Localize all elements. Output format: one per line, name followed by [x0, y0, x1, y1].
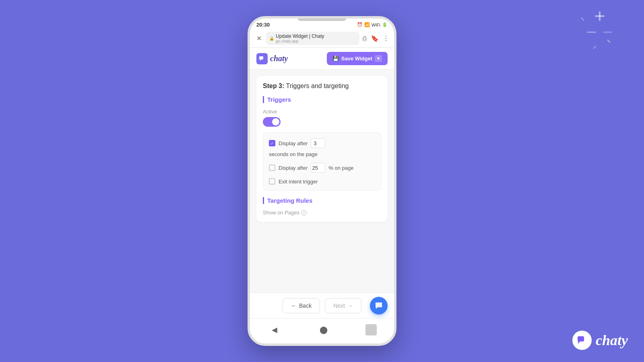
show-on-pages-info-icon[interactable]: i: [301, 210, 307, 216]
battery-icon: 🔋: [382, 22, 388, 27]
step-heading: Step 3: Triggers and targeting: [263, 82, 381, 90]
browser-domain: go.chaty.app: [276, 39, 356, 43]
bottom-nav-bar: ◀ ⬤: [250, 318, 394, 343]
targeting-rules-title: Targeting Rules: [263, 197, 381, 204]
nav-recents-button[interactable]: [365, 324, 377, 335]
back-arrow-icon: ←: [291, 302, 297, 309]
bottom-brand-text: chaty: [596, 332, 628, 349]
triggers-section-title: Triggers: [263, 96, 381, 103]
svg-marker-4: [578, 341, 580, 344]
chaty-logo-text: chaty: [270, 54, 288, 63]
trigger-row-seconds: ✓ Display after seconds on the page: [269, 138, 375, 157]
trigger-percent-label-before: Display after: [279, 165, 308, 171]
triggers-box: ✓ Display after seconds on the page Disp…: [263, 132, 381, 191]
save-widget-label: Save Widget: [341, 56, 372, 62]
next-arrow-icon: →: [347, 302, 353, 309]
decorative-dashes: [531, 8, 612, 88]
trigger-row-exit: Exit intent trigger: [269, 178, 375, 185]
step-description: Triggers and targeting: [286, 82, 349, 89]
svg-rect-0: [259, 56, 263, 60]
chaty-logo: chaty: [256, 53, 288, 64]
wifi-icon: WiFi: [372, 23, 380, 27]
lock-icon: 🔒: [269, 36, 274, 41]
alarm-icon: ⏰: [357, 22, 363, 27]
trigger-row-percent: Display after % on page: [269, 163, 375, 173]
targeting-section: Targeting Rules Show on Pages i: [263, 197, 381, 216]
bottom-brand-icon: [572, 331, 592, 350]
trigger-percent-label-after: % on page: [328, 165, 353, 171]
chat-fab-button[interactable]: [370, 297, 388, 315]
step-label: Step 3:: [263, 82, 284, 89]
app-header: chaty 💾 Save Widget ▾: [250, 48, 394, 70]
svg-marker-1: [260, 60, 261, 61]
active-toggle[interactable]: [263, 117, 281, 127]
active-toggle-container: [263, 117, 381, 127]
browser-close-button[interactable]: ✕: [255, 35, 263, 43]
signal-icon: 📶: [364, 22, 370, 27]
phone-frame: 20:30 ⏰ 📶 WiFi 🔋 ✕ 🔒 Update Widget | Cha…: [248, 16, 396, 346]
navigation-buttons: ← Back Next →: [250, 293, 394, 318]
next-label: Next: [333, 302, 345, 309]
show-on-pages-label: Show on Pages i: [263, 210, 381, 216]
nav-home-button[interactable]: ⬤: [316, 323, 331, 337]
save-dropdown-arrow[interactable]: ▾: [375, 55, 382, 62]
trigger-seconds-checkbox[interactable]: ✓: [269, 140, 275, 146]
browser-actions: ⎙ 🔖 ⋮: [363, 35, 389, 42]
trigger-percent-checkbox[interactable]: [269, 165, 275, 171]
trigger-percent-input[interactable]: [311, 163, 325, 173]
svg-marker-2: [376, 307, 378, 309]
trigger-seconds-label-after: seconds on the page: [269, 151, 318, 157]
share-icon[interactable]: ⎙: [363, 35, 367, 42]
status-icons: ⏰ 📶 WiFi 🔋: [357, 22, 388, 27]
active-label: Active: [263, 109, 381, 115]
trigger-seconds-input[interactable]: [311, 138, 325, 148]
browser-title: Update Widget | Chaty: [276, 33, 356, 39]
trigger-seconds-label-before: Display after: [279, 140, 308, 146]
save-widget-button[interactable]: 💾 Save Widget ▾: [327, 52, 388, 65]
save-icon: 💾: [332, 56, 339, 62]
browser-url-bar[interactable]: 🔒 Update Widget | Chaty go.chaty.app: [266, 32, 359, 45]
phone-notch: [298, 19, 346, 21]
back-label: Back: [299, 302, 312, 309]
back-button[interactable]: ← Back: [283, 298, 320, 313]
chaty-logo-icon: [256, 53, 268, 64]
page-content: Step 3: Triggers and targeting Triggers …: [250, 70, 394, 293]
trigger-exit-label: Exit intent trigger: [279, 179, 318, 185]
trigger-exit-checkbox[interactable]: [269, 178, 275, 185]
show-on-pages-text: Show on Pages: [263, 210, 299, 216]
browser-bar: ✕ 🔒 Update Widget | Chaty go.chaty.app ⎙…: [250, 29, 394, 48]
next-button[interactable]: Next →: [325, 298, 361, 313]
svg-rect-3: [578, 336, 584, 341]
main-card: Step 3: Triggers and targeting Triggers …: [256, 76, 388, 222]
nav-back-button[interactable]: ◀: [267, 323, 282, 337]
bottom-brand: chaty: [572, 331, 628, 350]
bookmark-icon[interactable]: 🔖: [371, 35, 379, 42]
status-time: 20:30: [256, 22, 270, 28]
menu-icon[interactable]: ⋮: [383, 35, 389, 42]
